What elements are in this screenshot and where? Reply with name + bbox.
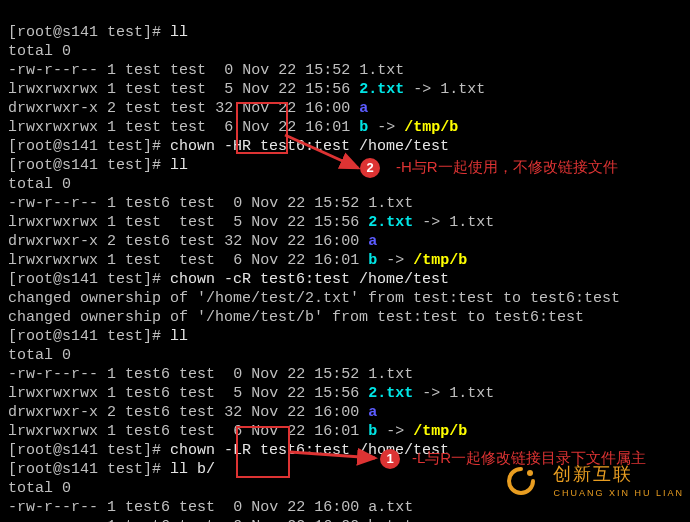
- prompt: [root@s141 test]#: [8, 461, 170, 478]
- change-msg: changed ownership of '/home/test/b' from…: [8, 309, 584, 326]
- ls-row: lrwxrwxrwx 1 test test 5 Nov 22 15:56 2.…: [8, 214, 494, 231]
- total: total 0: [8, 43, 71, 60]
- cmd-ll-b: ll b/: [170, 461, 215, 478]
- prompt: [root@s141 test]#: [8, 24, 170, 41]
- ls-row: lrwxrwxrwx 1 test test 6 Nov 22 16:01 b …: [8, 252, 467, 269]
- annotation-text-1: -L与R一起修改链接目录下文件属主: [412, 449, 646, 467]
- prompt: [root@s141 test]#: [8, 138, 170, 155]
- prompt: [root@s141 test]#: [8, 157, 170, 174]
- prompt: [root@s141 test]#: [8, 271, 170, 288]
- cmd-ll: ll: [170, 24, 188, 41]
- annotation-badge-2: 2: [360, 158, 380, 178]
- cmd-chown-HR: chown -HR test6:test /home/test: [170, 138, 449, 155]
- ls-row: drwxrwxr-x 2 test6 test 32 Nov 22 16:00 …: [8, 233, 377, 250]
- ls-row: -rw-r--r-- 1 test test 0 Nov 22 15:52 1.…: [8, 62, 404, 79]
- ls-row: lrwxrwxrwx 1 test test 6 Nov 22 16:01 b …: [8, 119, 458, 136]
- cmd-ll: ll: [170, 157, 188, 174]
- ls-row: drwxrwxr-x 2 test test 32 Nov 22 16:00 a: [8, 100, 368, 117]
- terminal[interactable]: [root@s141 test]# ll total 0 -rw-r--r-- …: [0, 0, 690, 522]
- annotation-text-2: -H与R一起使用，不修改链接文件: [396, 158, 618, 176]
- ls-row: lrwxrwxrwx 1 test6 test 5 Nov 22 15:56 2…: [8, 385, 494, 402]
- cmd-ll: ll: [170, 328, 188, 345]
- ls-row: -rw-r--r-- 1 test6 test 0 Nov 22 16:00 a…: [8, 499, 413, 516]
- ls-row: drwxrwxr-x 2 test6 test 32 Nov 22 16:00 …: [8, 404, 377, 421]
- cmd-chown-cR: chown -cR test6:test /home/test: [170, 271, 449, 288]
- cmd-chown-LR: chown -LR test6:test /home/test: [170, 442, 449, 459]
- ls-row: -rw-r--r-- 1 test6 test 0 Nov 22 15:52 1…: [8, 195, 413, 212]
- annotation-badge-1: 1: [380, 449, 400, 469]
- ls-row: -rw-r--r-- 1 test6 test 0 Nov 22 16:00 b…: [8, 518, 413, 522]
- total: total 0: [8, 480, 71, 497]
- total: total 0: [8, 347, 71, 364]
- ls-row: lrwxrwxrwx 1 test test 5 Nov 22 15:56 2.…: [8, 81, 485, 98]
- prompt: [root@s141 test]#: [8, 328, 170, 345]
- total: total 0: [8, 176, 71, 193]
- prompt: [root@s141 test]#: [8, 442, 170, 459]
- ls-row: lrwxrwxrwx 1 test6 test 6 Nov 22 16:01 b…: [8, 423, 467, 440]
- change-msg: changed ownership of '/home/test/2.txt' …: [8, 290, 620, 307]
- ls-row: -rw-r--r-- 1 test6 test 0 Nov 22 15:52 1…: [8, 366, 413, 383]
